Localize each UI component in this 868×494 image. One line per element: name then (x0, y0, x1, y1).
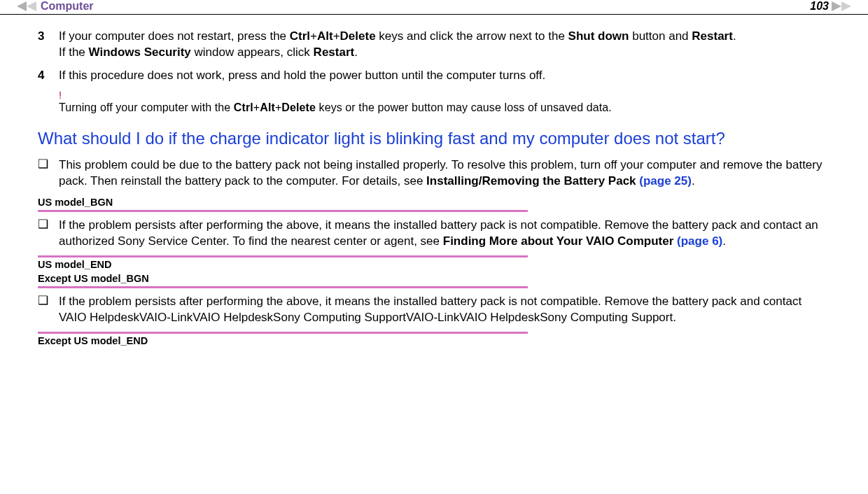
page-number: 103 (810, 0, 829, 13)
header-right-group: 103 (810, 0, 851, 13)
bold-text: Delete (281, 101, 316, 113)
bullet-body: This problem could be due to the battery… (59, 157, 830, 190)
page-link[interactable]: (page 25) (639, 174, 692, 188)
document-page: Computer 103 3If your computer does not … (0, 0, 868, 355)
bold-text: Delete (340, 29, 376, 43)
warning-block: ! Turning off your computer with the Ctr… (59, 90, 830, 115)
region-bar (38, 332, 528, 334)
prev-page-arrow-icon[interactable] (17, 1, 36, 11)
bold-text: Restart (692, 29, 733, 43)
region-label-except-bgn: Except US model_BGN (38, 273, 830, 285)
region-label-us-bgn: US model_BGN (38, 197, 830, 209)
bullet-list-except: ❑If the problem persists after performin… (38, 294, 830, 326)
bullet-body: If the problem persists after performing… (59, 294, 830, 326)
svg-marker-2 (832, 1, 841, 11)
page-link[interactable]: (page 6) (677, 234, 722, 248)
bold-text: Installing/Removing the Battery Pack (426, 174, 639, 188)
bullet-list: ❑This problem could be due to the batter… (38, 157, 830, 190)
section-heading: What should I do if the charge indicator… (38, 128, 830, 149)
bold-text: Ctrl (290, 29, 310, 43)
step-number: 3 (38, 29, 59, 61)
bold-text: Shut down (568, 29, 629, 43)
bullet-icon: ❑ (38, 218, 59, 250)
step-body: If this procedure does not work, press a… (59, 68, 545, 84)
bullet-body: If the problem persists after performing… (59, 218, 830, 250)
step-number: 4 (38, 68, 59, 84)
region-bar (38, 255, 528, 257)
header-left-group: Computer (17, 0, 94, 13)
bold-text: Alt (260, 101, 275, 113)
region-bar (38, 286, 528, 288)
bold-text: Alt (317, 29, 333, 43)
warning-text: Turning off your computer with the Ctrl+… (59, 101, 830, 115)
bullet-item: ❑If the problem persists after performin… (38, 294, 830, 326)
numbered-steps: 3If your computer does not restart, pres… (38, 29, 830, 84)
page-header: Computer 103 (0, 0, 868, 14)
bold-text: Finding More about Your VAIO Computer (443, 234, 677, 248)
svg-marker-3 (841, 1, 851, 11)
numbered-step: 3If your computer does not restart, pres… (38, 29, 830, 61)
header-divider (0, 14, 868, 15)
bullet-list-us: ❑If the problem persists after performin… (38, 218, 830, 250)
header-title: Computer (41, 0, 94, 13)
step-body: If your computer does not restart, press… (59, 29, 736, 61)
bold-text: Ctrl (234, 101, 253, 113)
bold-text: Restart (314, 45, 355, 59)
region-label-us-end: US model_END (38, 259, 830, 271)
bullet-icon: ❑ (38, 294, 59, 326)
next-page-arrow-icon[interactable] (832, 1, 851, 11)
warning-icon: ! (59, 90, 830, 101)
page-content: 3If your computer does not restart, pres… (0, 29, 868, 355)
numbered-step: 4If this procedure does not work, press … (38, 68, 830, 84)
bold-text: Windows Security (89, 45, 191, 59)
region-label-except-end: Except US model_END (38, 335, 830, 347)
bullet-icon: ❑ (38, 157, 59, 190)
region-bar (38, 210, 528, 212)
svg-marker-0 (17, 1, 27, 11)
svg-marker-1 (27, 1, 36, 11)
bullet-item: ❑If the problem persists after performin… (38, 218, 830, 250)
bullet-item: ❑This problem could be due to the batter… (38, 157, 830, 190)
